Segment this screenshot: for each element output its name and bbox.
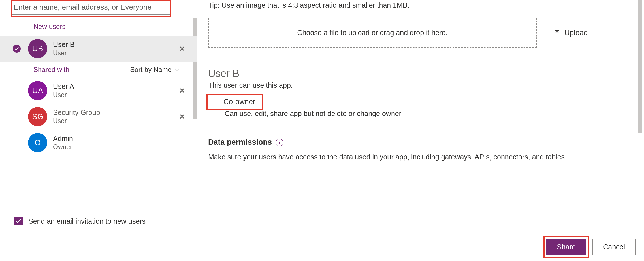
list-item[interactable]: O Admin Owner: [0, 130, 197, 156]
detail-user-title: User B: [208, 68, 633, 80]
scrollbar-right[interactable]: [638, 0, 642, 133]
cancel-button[interactable]: Cancel: [592, 239, 636, 255]
list-item[interactable]: UA User A User ✕: [0, 78, 197, 104]
user-name: User B: [53, 40, 176, 49]
upload-icon: [554, 29, 560, 36]
upload-button[interactable]: Upload: [554, 28, 588, 37]
divider: [208, 59, 633, 59]
user-role: User: [53, 117, 176, 125]
coowner-label: Co-owner: [223, 97, 255, 106]
avatar: O: [28, 133, 47, 152]
upload-label: Upload: [564, 28, 588, 37]
email-invite-row: Send an email invitation to new users: [0, 210, 197, 232]
email-invite-label: Send an email invitation to new users: [28, 217, 146, 225]
user-list-scroll: New users UB User B User ✕ Shared with S…: [0, 18, 197, 210]
user-role: Owner: [53, 143, 188, 151]
avatar: UA: [28, 81, 47, 100]
user-name: User A: [53, 82, 176, 91]
avatar: UB: [28, 39, 47, 58]
shared-with-header: Shared with: [33, 66, 69, 74]
data-permissions-title: Data permissions i: [208, 138, 633, 147]
user-role: User: [53, 91, 176, 99]
coowner-checkbox[interactable]: [210, 98, 218, 106]
new-users-header: New users: [0, 18, 197, 36]
right-panel: Tip: Use an image that is 4:3 aspect rat…: [197, 0, 644, 232]
coowner-description: Can use, edit, share app but not delete …: [225, 110, 633, 118]
share-button[interactable]: Share: [546, 239, 586, 255]
remove-user-button[interactable]: ✕: [176, 41, 188, 56]
avatar: SG: [28, 107, 47, 126]
dialog-footer: Share Cancel: [0, 233, 644, 261]
chevron-down-icon: [174, 67, 180, 72]
remove-user-button[interactable]: ✕: [176, 109, 188, 124]
upload-tip: Tip: Use an image that is 4:3 aspect rat…: [208, 0, 633, 9]
sort-label: Sort by Name: [130, 66, 172, 74]
upload-dropzone[interactable]: Choose a file to upload or drag and drop…: [208, 18, 537, 48]
user-name: Admin: [53, 134, 188, 143]
data-permissions-text: Make sure your users have access to the …: [208, 153, 633, 161]
user-name: Security Group: [53, 108, 176, 117]
remove-user-button[interactable]: ✕: [176, 83, 188, 98]
email-invite-checkbox[interactable]: [14, 217, 23, 225]
list-item[interactable]: SG Security Group User ✕: [0, 104, 197, 130]
check-icon: [13, 45, 21, 53]
left-panel: New users UB User B User ✕ Shared with S…: [0, 0, 197, 232]
share-search-input[interactable]: [11, 0, 170, 15]
detail-subtitle: This user can use this app.: [208, 81, 633, 89]
sort-dropdown[interactable]: Sort by Name: [130, 66, 180, 74]
new-user-row[interactable]: UB User B User ✕: [0, 36, 197, 62]
user-role: User: [53, 49, 176, 57]
divider: [208, 129, 633, 129]
info-icon[interactable]: i: [276, 139, 283, 146]
